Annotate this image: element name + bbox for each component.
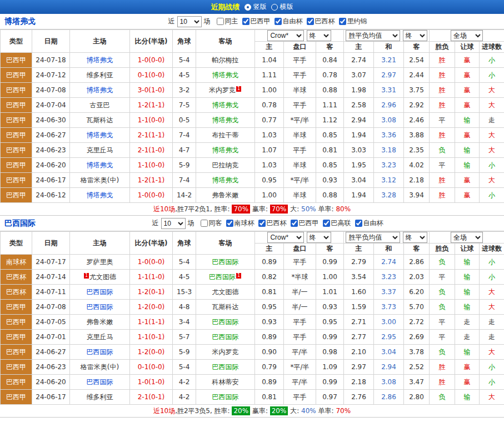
handicap-rate-badge: 20% bbox=[270, 406, 288, 415]
recent-count: 近10场 bbox=[153, 205, 175, 213]
near-label: 近 bbox=[152, 219, 159, 228]
col-home: 主场 bbox=[70, 232, 130, 255]
page-title: 近期战绩 bbox=[211, 2, 240, 12]
col-type: 类型 bbox=[1, 232, 32, 255]
filter-option-巴西甲[interactable]: 巴西甲 bbox=[242, 17, 271, 26]
filter-checkbox[interactable] bbox=[355, 220, 362, 227]
filter-checkbox[interactable] bbox=[217, 18, 224, 25]
odds-away: 0.98 bbox=[316, 345, 344, 360]
odds-final-select[interactable]: 终 bbox=[307, 30, 331, 41]
away-team-cell: 米内罗竞1 bbox=[196, 83, 255, 98]
filter-option-同客[interactable]: 同客 bbox=[201, 219, 222, 228]
odds-away: 1.09 bbox=[316, 360, 344, 375]
single-rate-value: 70% bbox=[336, 407, 351, 415]
eu-odds-home: 3.07 bbox=[344, 68, 374, 83]
filter-option-自由杯[interactable]: 自由杯 bbox=[355, 219, 383, 228]
handicap-result: 输 bbox=[455, 300, 480, 315]
match-date: 24-06-12 bbox=[32, 188, 70, 203]
europe-final-select[interactable]: 终 bbox=[403, 232, 427, 243]
filter-checkbox[interactable] bbox=[307, 18, 314, 25]
filter-checkbox[interactable] bbox=[323, 220, 330, 227]
filter-checkbox[interactable] bbox=[201, 220, 208, 227]
filter-option-巴高联[interactable]: 巴高联 bbox=[323, 219, 351, 228]
odds-home: 0.89 bbox=[255, 375, 284, 390]
filter-option-巴西杯[interactable]: 巴西杯 bbox=[258, 219, 287, 228]
score: 1-0(1-0) bbox=[130, 375, 173, 390]
team-name: 巴西国际 bbox=[212, 393, 239, 401]
odds-company-select[interactable]: Crow* bbox=[267, 232, 304, 243]
filter-option-南球杯[interactable]: 南球杯 bbox=[226, 219, 255, 228]
result: 胜 bbox=[430, 188, 455, 203]
filter-label: 巴西甲 bbox=[251, 17, 271, 26]
league-type: 巴西甲 bbox=[1, 330, 32, 345]
match-row: 巴西杯24-07-141尤文图德1-1(1-0)4-5巴西国际10.82*半球1… bbox=[1, 270, 504, 285]
col-home: 主场 bbox=[70, 30, 130, 53]
fulltime-select[interactable]: 全场 bbox=[451, 232, 483, 243]
filter-checkbox[interactable] bbox=[339, 18, 346, 25]
filter-option-巴西杯[interactable]: 巴西杯 bbox=[307, 17, 335, 26]
over-rate-label: 大: bbox=[288, 205, 301, 213]
eu-odds-draw: 3.73 bbox=[374, 300, 404, 315]
eu-odds-home: 1.60 bbox=[344, 285, 374, 300]
league-type: 巴西甲 bbox=[1, 158, 32, 173]
score: 1-2(0-0) bbox=[130, 345, 173, 360]
filter-checkbox[interactable] bbox=[226, 220, 233, 227]
handicap-line: 半球 bbox=[284, 188, 316, 203]
team-section-home: 博塔弗戈 近 10 场 同主巴西甲自由杯巴西杯里约锦 类型 日期 主场 比分(半… bbox=[0, 14, 504, 216]
result: 胜 bbox=[430, 375, 455, 390]
goals-result: 走 bbox=[480, 315, 504, 330]
filter-option-里约锦[interactable]: 里约锦 bbox=[339, 17, 367, 26]
filter-option-同主[interactable]: 同主 bbox=[217, 17, 238, 26]
team-name: 巴西国际 bbox=[87, 303, 113, 311]
handicap-result: 赢 bbox=[455, 83, 480, 98]
filter-checkbox[interactable] bbox=[258, 220, 266, 227]
europe-mean-select[interactable]: 胜平负均值 bbox=[346, 30, 400, 41]
odds-away: 1.00 bbox=[316, 270, 344, 285]
result: 平 bbox=[430, 113, 455, 128]
team-name: 克里丘马 bbox=[87, 146, 113, 154]
handicap-result: 输 bbox=[455, 270, 480, 285]
over-rate-label: 大: bbox=[288, 407, 301, 415]
corners: 7-5 bbox=[173, 98, 196, 113]
match-count-select[interactable]: 10 bbox=[161, 218, 186, 229]
away-team-cell: 巴西国际 bbox=[196, 330, 255, 345]
europe-final-select[interactable]: 终 bbox=[403, 30, 427, 41]
handicap-line: 半球 bbox=[284, 83, 316, 98]
away-team-cell: 博塔弗戈 bbox=[196, 173, 255, 188]
filter-checkbox[interactable] bbox=[242, 18, 249, 25]
team-name: 瓦斯科达 bbox=[212, 303, 239, 311]
filter-checkbox[interactable] bbox=[275, 18, 282, 25]
league-type: 巴西甲 bbox=[1, 315, 32, 330]
odds-company-select[interactable]: Crow* bbox=[267, 30, 304, 41]
corners: 0-5 bbox=[173, 113, 196, 128]
layout-vertical-option[interactable]: 竖版 bbox=[244, 2, 267, 12]
odds-away: 0.78 bbox=[316, 68, 344, 83]
team-name: 米内罗竞 bbox=[209, 86, 236, 94]
fulltime-select[interactable]: 全场 bbox=[451, 30, 483, 41]
corners: 3-4 bbox=[173, 315, 196, 330]
subcol-handicap: 盘口 bbox=[284, 244, 316, 255]
radio-selected-icon bbox=[244, 4, 251, 11]
match-row: 巴西甲24-06-27巴西国际1-2(0-0)5-9米内罗竞0.90平/半0.9… bbox=[1, 345, 504, 360]
eu-odds-away: 2.18 bbox=[404, 173, 430, 188]
filter-checkbox[interactable] bbox=[291, 220, 298, 227]
col-away: 客场 bbox=[196, 30, 255, 53]
filter-option-自由杯[interactable]: 自由杯 bbox=[275, 17, 303, 26]
eu-odds-home: 1.94 bbox=[344, 128, 374, 143]
handicap-line: 平手 bbox=[284, 53, 316, 68]
col-date: 日期 bbox=[32, 30, 70, 53]
team-name: 格雷米奥(中) bbox=[81, 363, 119, 371]
odds-away: 0.99 bbox=[316, 330, 344, 345]
match-date: 24-06-27 bbox=[32, 128, 70, 143]
col-corner: 角球 bbox=[173, 232, 196, 255]
europe-mean-select[interactable]: 胜平负均值 bbox=[346, 232, 400, 243]
match-count-select[interactable]: 10 bbox=[177, 16, 202, 27]
handicap-result: 走 bbox=[455, 315, 480, 330]
eu-odds-draw: 3.08 bbox=[374, 113, 404, 128]
layout-horizontal-option[interactable]: 横版 bbox=[271, 2, 293, 12]
odds-away: 0.84 bbox=[316, 53, 344, 68]
handicap-line: 平手 bbox=[284, 315, 316, 330]
filter-option-巴西甲[interactable]: 巴西甲 bbox=[291, 219, 319, 228]
odds-final-select[interactable]: 终 bbox=[307, 232, 331, 243]
europe-group-header: 胜平负均值 终 bbox=[344, 232, 430, 244]
